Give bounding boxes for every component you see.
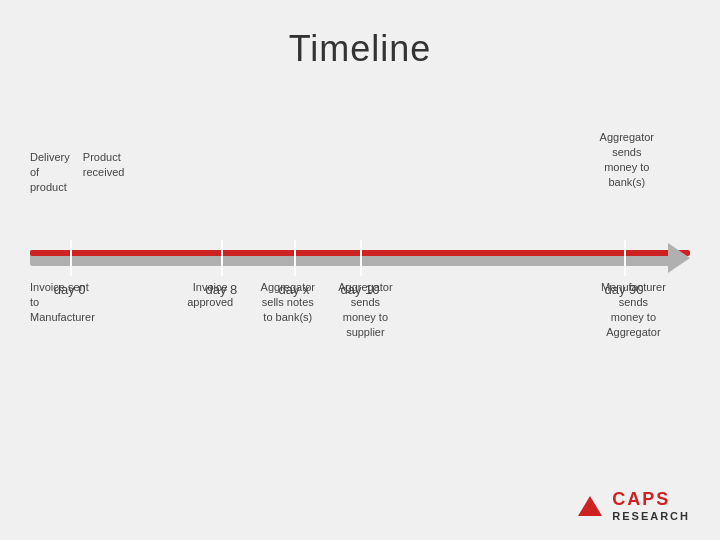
day-label-90: day 90 <box>604 282 643 297</box>
day-label-10: day 10 <box>340 282 379 297</box>
timeline-arrow <box>668 243 690 273</box>
label-aggregator-sends-bank: Aggregatorsendsmoney tobank(s) <box>577 130 677 189</box>
caps-brand-text: CAPS <box>612 489 690 510</box>
day-label-0: day 0 <box>54 282 86 297</box>
day-label-8: day 8 <box>205 282 237 297</box>
timeline-area: Deliveryofproduct Productreceived Aggreg… <box>30 120 690 460</box>
caps-logo: CAPS RESEARCH <box>578 489 690 522</box>
tick-day10 <box>360 240 362 276</box>
tick-dayx <box>294 240 296 276</box>
caps-triangle-icon <box>578 496 602 516</box>
page-title: Timeline <box>0 0 720 70</box>
slide: Timeline Deliveryofproduct Productreceiv… <box>0 0 720 540</box>
caps-text-block: CAPS RESEARCH <box>612 489 690 522</box>
timeline-bar <box>30 240 690 276</box>
labels-above: Deliveryofproduct Productreceived Aggreg… <box>30 120 690 230</box>
caps-logo-row: CAPS RESEARCH <box>578 489 690 522</box>
tick-day90 <box>624 240 626 276</box>
label-product-received: Productreceived <box>83 150 153 180</box>
tick-day0 <box>70 240 72 276</box>
day-label-x: day x <box>278 282 309 297</box>
tick-day8 <box>221 240 223 276</box>
caps-research-text: RESEARCH <box>612 510 690 522</box>
